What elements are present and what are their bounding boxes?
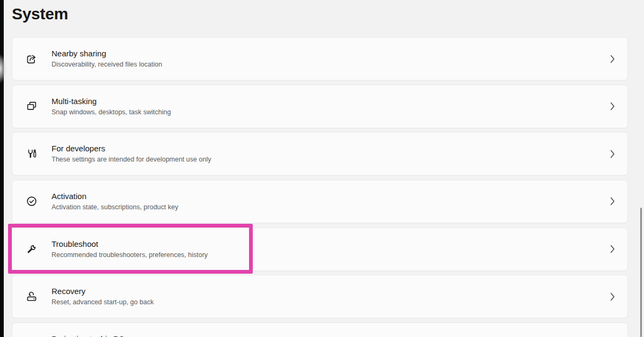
row-title: Nearby sharing <box>52 48 162 59</box>
share-icon <box>25 52 39 66</box>
settings-row-troubleshoot[interactable]: Troubleshoot Recommended troubleshooters… <box>12 228 628 271</box>
chevron-right-icon <box>610 245 615 253</box>
chevron-right-icon <box>610 102 615 111</box>
settings-row-multitasking[interactable]: Multi-tasking Snap windows, desktops, ta… <box>12 85 628 128</box>
checkmark-circle-icon <box>25 194 39 208</box>
row-title: Multi-tasking <box>52 96 171 107</box>
wrench-icon <box>25 242 39 256</box>
settings-row-activation[interactable]: Activation Activation state, subscriptio… <box>12 180 628 223</box>
settings-row-for-developers[interactable]: For developers These settings are intend… <box>12 132 628 175</box>
row-text: Troubleshoot Recommended troubleshooters… <box>52 239 208 260</box>
row-text: Multi-tasking Snap windows, desktops, ta… <box>52 96 171 117</box>
settings-list: Nearby sharing Discoverability, received… <box>12 37 628 337</box>
multitask-windows-icon <box>25 99 39 113</box>
row-text: Activation Activation state, subscriptio… <box>52 191 178 212</box>
row-subtitle: Activation state, subscriptions, product… <box>52 203 178 212</box>
row-subtitle: Recommended troubleshooters, preferences… <box>52 251 208 260</box>
row-subtitle: Reset, advanced start-up, go back <box>52 298 153 307</box>
dev-tools-icon <box>25 147 39 161</box>
row-subtitle: These settings are intended for developm… <box>52 155 211 164</box>
row-title: Projecting to this PC <box>52 334 125 337</box>
chevron-right-icon <box>610 197 615 206</box>
row-title: For developers <box>52 143 211 154</box>
recovery-drive-icon <box>25 290 39 304</box>
row-text: Projecting to this PC <box>52 334 125 337</box>
chevron-right-icon <box>610 292 615 301</box>
row-title: Activation <box>52 191 178 202</box>
scrollbar-thumb[interactable] <box>640 208 642 337</box>
row-title: Troubleshoot <box>52 239 208 250</box>
row-subtitle: Discoverability, received files location <box>52 60 162 69</box>
settings-row-projecting[interactable]: Projecting to this PC <box>12 323 628 337</box>
chevron-right-icon <box>610 55 615 63</box>
row-text: Nearby sharing Discoverability, received… <box>52 48 162 69</box>
screen-edge-glow <box>0 50 13 87</box>
row-subtitle: Snap windows, desktops, task switching <box>52 108 171 117</box>
row-text: Recovery Reset, advanced start-up, go ba… <box>52 286 153 307</box>
row-title: Recovery <box>52 286 153 297</box>
settings-row-recovery[interactable]: Recovery Reset, advanced start-up, go ba… <box>12 275 628 318</box>
settings-row-nearby-sharing[interactable]: Nearby sharing Discoverability, received… <box>12 37 628 80</box>
page-title: System <box>12 4 68 24</box>
row-text: For developers These settings are intend… <box>52 143 211 164</box>
chevron-right-icon <box>610 150 615 158</box>
